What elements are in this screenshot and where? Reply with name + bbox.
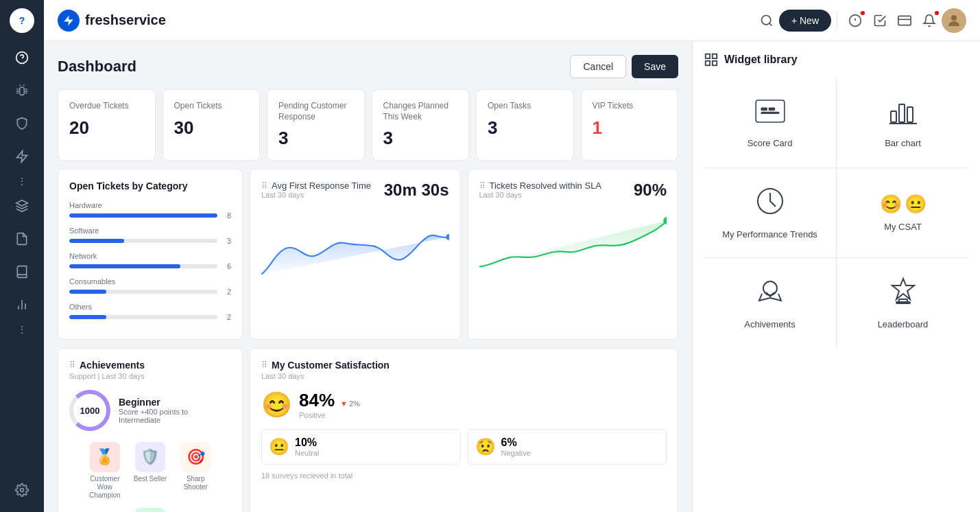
csat-neutral-label: Neutral	[295, 449, 319, 457]
achievements-title: Achievements	[80, 360, 145, 371]
performance-trends-icon	[755, 186, 785, 222]
badges-row: 🏅 Customer Wow Champion 🛡️ Best Seller 🎯…	[69, 442, 231, 512]
stat-label-vip: VIP Tickets	[593, 101, 667, 112]
sidebar-item-layers[interactable]	[8, 192, 36, 220]
csat-negative-box: 😟 6% Negative	[468, 429, 667, 465]
cancel-button[interactable]: Cancel	[570, 55, 626, 78]
drag-handle-response[interactable]: ⠿	[261, 181, 267, 191]
sidebar-logo[interactable]: ?	[10, 8, 34, 33]
sidebar-item-help[interactable]	[8, 44, 36, 71]
csat-trend: ▼ 2%	[340, 399, 360, 408]
drag-handle-achievements[interactable]: ⠿	[69, 360, 75, 370]
widget-grid: Score Card Bar chart	[704, 78, 969, 347]
badge-best-seller: 🛡️ Best Seller	[134, 442, 167, 500]
sidebar-dots-2[interactable]: ⋮	[17, 324, 27, 335]
second-row: Open Tickets by Category Hardware 8 Soft…	[58, 169, 678, 340]
avg-response-subtitle: Last 30 days	[261, 191, 371, 199]
badge-label-best-seller: Best Seller	[134, 475, 167, 483]
notifications-badge	[933, 10, 940, 16]
level-info: Beginner Score +400 points to Intermedia…	[119, 397, 231, 424]
category-row-others: Others 2	[69, 303, 231, 321]
category-row-consumables: Consumables 2	[69, 277, 231, 296]
badge-customer-wow: 🏅 Customer Wow Champion	[84, 442, 126, 500]
badge-icon-monthly-master: 🏆	[135, 508, 165, 512]
svg-line-11	[769, 23, 772, 25]
third-row: ⠿ Achievements Support | Last 30 days 10…	[58, 348, 678, 512]
csat-neutral-pct: 10%	[295, 437, 319, 449]
achievements-level: 1000 Beginner Score +400 points to Inter…	[69, 390, 231, 431]
badge-label-customer-wow: Customer Wow Champion	[84, 475, 126, 500]
dashboard-header: Dashboard Cancel Save	[58, 55, 678, 78]
notifications-button[interactable]	[917, 8, 942, 33]
svg-rect-15	[898, 16, 911, 25]
category-row-network: Network 6	[69, 252, 231, 270]
svg-point-8	[21, 489, 24, 492]
stat-card-vip: VIP Tickets 1	[581, 89, 679, 161]
sidebar-item-shield[interactable]	[8, 110, 36, 137]
performance-trends-label: My Performance Trends	[722, 229, 817, 240]
stat-cards-row: Overdue Tickets 20 Open Tickets 30 Pendi…	[58, 89, 678, 161]
user-avatar[interactable]	[942, 8, 966, 33]
widget-library-title: Widget library	[724, 54, 798, 66]
sidebar-item-settings[interactable]	[8, 476, 36, 504]
widget-performance-trends[interactable]: My Performance Trends	[704, 168, 836, 257]
stat-value-changes: 3	[383, 128, 458, 149]
svg-rect-25	[761, 108, 767, 110]
sidebar-item-bugs[interactable]	[8, 77, 36, 104]
widget-library: Widget library Score Card	[692, 41, 980, 512]
svg-point-18	[446, 234, 449, 240]
csat-positive-row: 😊 84% ▼ 2% Positive	[261, 390, 667, 419]
csat-footer: 18 surveys recieved in total	[261, 472, 667, 480]
csat-title: My Customer Satisfaction	[272, 360, 390, 371]
sidebar-item-reports[interactable]	[8, 291, 36, 318]
badge-icon-sharp-shooter: 🎯	[180, 442, 211, 472]
stat-label-open: Open Tickets	[174, 101, 249, 112]
save-button[interactable]: Save	[632, 55, 678, 78]
widget-leaderboard[interactable]: Leaderboard	[837, 258, 969, 347]
info-badge	[859, 10, 866, 16]
stat-value-tasks: 3	[488, 117, 562, 139]
stat-label-pending: Pending Customer Response	[278, 101, 353, 122]
category-row-software: Software 3	[69, 226, 231, 245]
badge-icon-best-seller: 🛡️	[135, 442, 165, 472]
avg-response-card: ⠿ Avg First Response Time Last 30 days 3…	[250, 169, 461, 340]
widget-score-card[interactable]: Score Card	[704, 78, 836, 167]
svg-rect-22	[713, 61, 717, 65]
svg-rect-23	[706, 61, 710, 65]
leaderboard-icon	[888, 276, 918, 312]
sidebar-item-alerts[interactable]	[8, 143, 36, 170]
category-title: Open Tickets by Category	[69, 181, 231, 191]
stat-card-open: Open Tickets 30	[163, 89, 261, 161]
csat-negative-emoji: 😟	[475, 437, 496, 456]
svg-rect-27	[761, 113, 779, 114]
info-button[interactable]	[843, 8, 868, 33]
category-row-hardware: Hardware 8	[69, 201, 231, 220]
drag-handle-csat[interactable]: ⠿	[261, 360, 267, 370]
avg-response-title: Avg First Response Time	[272, 181, 371, 191]
leaderboard-label: Leaderboard	[878, 319, 929, 329]
svg-rect-26	[769, 108, 774, 110]
csat-neutral-box: 😐 10% Neutral	[261, 429, 461, 465]
svg-rect-29	[899, 104, 905, 122]
level-circle: 1000	[69, 390, 110, 431]
csat-neutral-negative-row: 😐 10% Neutral 😟 6% Negative	[261, 429, 667, 465]
csat-positive-pct: 84%	[299, 390, 335, 411]
new-button[interactable]: + New	[779, 10, 831, 32]
widget-bar-chart[interactable]: Bar chart	[837, 78, 969, 167]
sidebar-item-library[interactable]	[8, 258, 36, 286]
widget-my-csat[interactable]: 😊 😐 My CSAT	[837, 168, 969, 257]
svg-rect-35	[896, 302, 910, 303]
drag-handle-sla[interactable]: ⠿	[479, 181, 486, 191]
csat-subtitle: Last 30 days	[261, 372, 667, 380]
sidebar-item-document[interactable]	[8, 225, 36, 253]
score-card-icon	[754, 97, 787, 131]
widget-achievements[interactable]: Achivements	[704, 258, 836, 347]
bar-chart-label: Bar chart	[885, 138, 921, 148]
sidebar-dots-1[interactable]: ⋮	[17, 176, 27, 187]
wallet-button[interactable]	[892, 8, 917, 33]
search-button[interactable]	[754, 8, 779, 33]
checklist-button[interactable]	[868, 8, 892, 33]
dashboard-area: Dashboard Cancel Save Overdue Tickets 20…	[44, 41, 980, 512]
svg-marker-9	[64, 15, 73, 25]
stat-value-vip: 1	[593, 117, 667, 139]
